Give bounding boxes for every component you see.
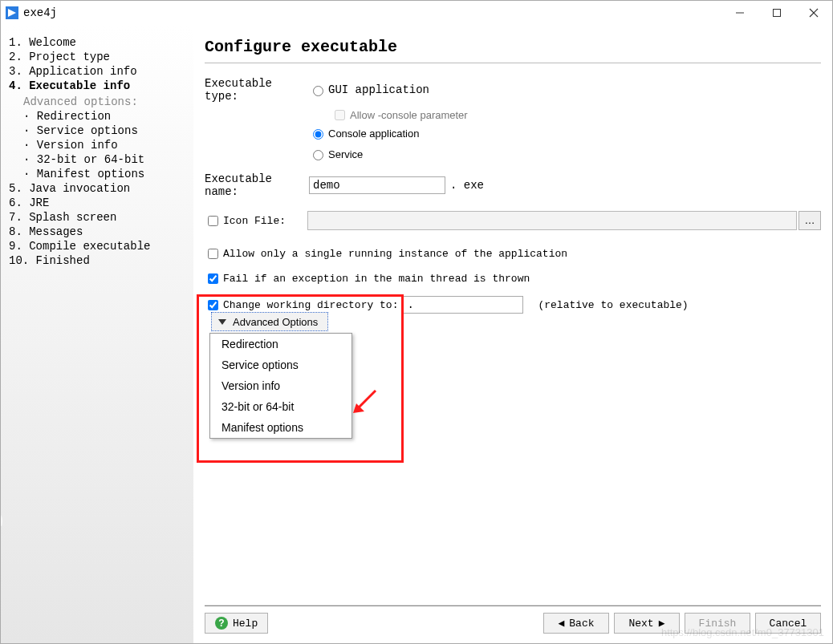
sidebar-sub-service-options[interactable]: · Service options [23, 124, 185, 137]
advanced-options-button[interactable]: Advanced Options [211, 312, 328, 331]
step-messages[interactable]: 8. Messages [9, 225, 185, 238]
advanced-options-menu: Redirection Service options Version info… [209, 333, 352, 439]
titlebar: exe4j [1, 1, 832, 25]
allow-console-checkbox [335, 110, 345, 120]
icon-file-browse-button[interactable]: … [798, 211, 821, 230]
app-icon [6, 6, 18, 19]
back-button[interactable]: ◀Back [543, 613, 609, 634]
change-dir-checkbox[interactable] [208, 300, 218, 310]
advanced-options-header: Advanced options: [23, 95, 185, 108]
radio-service-label: Service [328, 148, 363, 160]
main-panel: Configure executable Executable type: GU… [193, 25, 832, 643]
fail-exception-checkbox[interactable] [208, 273, 218, 284]
exec-type-label: Executable type: [205, 77, 309, 103]
step-java-invocation[interactable]: 5. Java invocation [9, 182, 185, 195]
window-title: exe4j [23, 6, 57, 19]
sidebar-sub-32-64[interactable]: · 32-bit or 64-bit [23, 153, 185, 166]
next-label: Next [628, 618, 653, 630]
radio-gui[interactable] [313, 86, 323, 96]
sidebar-sub-redirection[interactable]: · Redirection [23, 110, 185, 123]
watermark-text: exe4j [1, 504, 6, 627]
sidebar-sub-version-info[interactable]: · Version info [23, 139, 185, 152]
step-application-info[interactable]: 3. Application info [9, 65, 185, 78]
radio-console[interactable] [313, 129, 323, 140]
icon-file-checkbox[interactable] [208, 216, 218, 226]
exec-name-label: Executable name: [205, 172, 309, 198]
help-button[interactable]: ? Help [205, 613, 268, 634]
step-finished[interactable]: 10. Finished [9, 254, 185, 267]
relative-note: (relative to executable) [538, 299, 688, 311]
change-dir-label: Change working directory to: [223, 299, 398, 311]
allow-console-label: Allow -console parameter [350, 109, 468, 121]
exec-name-input[interactable] [309, 176, 445, 194]
heading-separator [205, 63, 821, 64]
fail-exception-label: Fail if an exception in the main thread … [223, 273, 530, 285]
svg-rect-1 [774, 10, 781, 17]
back-label: Back [569, 618, 594, 630]
menu-item-version-info[interactable]: Version info [210, 375, 351, 396]
annotation-arrow-icon [350, 387, 382, 419]
step-project-type[interactable]: 2. Project type [9, 51, 185, 63]
menu-item-manifest[interactable]: Manifest options [210, 417, 351, 438]
close-button[interactable] [795, 1, 832, 25]
step-welcome[interactable]: 1. Welcome [9, 36, 185, 49]
change-dir-input[interactable] [403, 296, 523, 314]
step-compile[interactable]: 9. Compile executable [9, 240, 185, 253]
sidebar-sub-manifest[interactable]: · Manifest options [23, 168, 185, 180]
page-title: Configure executable [205, 38, 821, 56]
menu-item-32-64[interactable]: 32-bit or 64-bit [210, 396, 351, 417]
step-executable-info[interactable]: 4. Executable info [9, 79, 185, 92]
radio-gui-label: GUI application [328, 83, 429, 96]
advanced-options-button-label: Advanced Options [233, 316, 318, 328]
icon-file-input [307, 211, 797, 230]
radio-console-label: Console application [328, 128, 419, 140]
menu-item-service-options[interactable]: Service options [210, 354, 351, 375]
chevron-down-icon [218, 319, 226, 325]
menu-item-redirection[interactable]: Redirection [210, 334, 351, 354]
maximize-button[interactable] [758, 1, 795, 25]
icon-file-label: Icon File: [223, 215, 286, 227]
help-label: Help [233, 618, 258, 630]
radio-service[interactable] [313, 150, 323, 160]
watermark-url: https://blog.csdn.net/m0_37731301 [661, 626, 824, 638]
step-splash[interactable]: 7. Splash screen [9, 211, 185, 224]
exe-suffix: . exe [450, 179, 484, 192]
single-instance-label: Allow only a single running instance of … [223, 248, 567, 260]
wizard-sidebar: 1. Welcome 2. Project type 3. Applicatio… [1, 25, 193, 643]
minimize-button[interactable] [721, 1, 758, 25]
help-icon: ? [215, 617, 228, 630]
back-arrow-icon: ◀ [558, 617, 564, 630]
single-instance-checkbox[interactable] [208, 249, 218, 259]
step-jre[interactable]: 6. JRE [9, 196, 185, 209]
